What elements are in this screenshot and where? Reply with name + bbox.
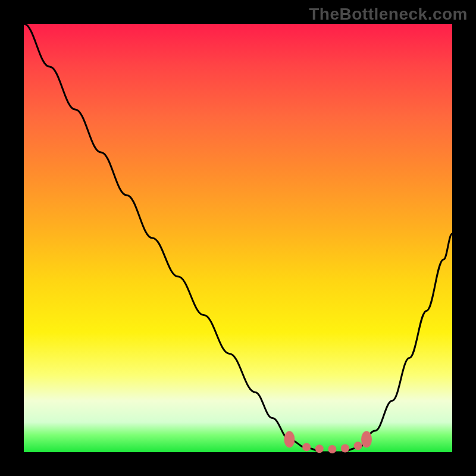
bottleneck-curve [24,24,452,452]
curve-layer [24,24,452,452]
optimal-dot-1 [302,443,311,451]
optimal-dot-2 [315,444,324,453]
optimal-dot-5 [354,441,362,450]
optimal-range-right [361,431,372,447]
plot-area [24,24,452,452]
optimal-range-left [284,431,295,447]
chart-frame: TheBottleneck.com [0,0,476,476]
optimal-dot-4 [341,444,349,453]
watermark-text: TheBottleneck.com [309,5,468,24]
optimal-dot-3 [328,445,336,453]
